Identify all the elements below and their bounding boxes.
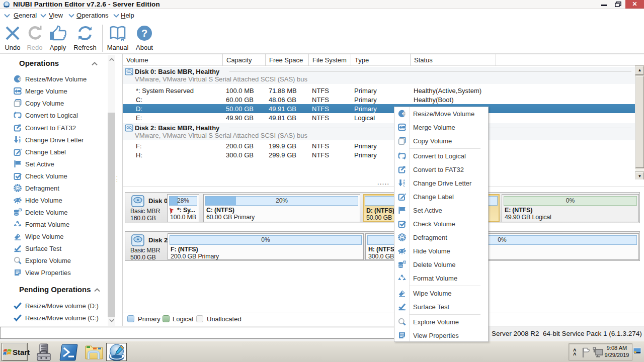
svg-text:?: ? [141, 28, 147, 39]
